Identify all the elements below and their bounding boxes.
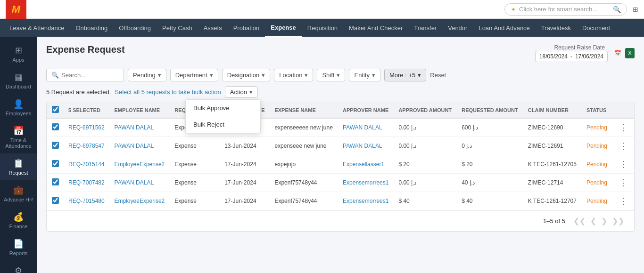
next-page-button[interactable]: ❯	[599, 216, 610, 226]
department-filter[interactable]: Department ▾	[170, 69, 218, 81]
nav-maker-checker[interactable]: Maker And Checker	[343, 19, 408, 37]
reset-button[interactable]: Reset	[430, 72, 446, 79]
bulk-approve-item[interactable]: Bulk Approve	[186, 100, 260, 116]
select-all-link[interactable]: Select all 5 requests to take bulk actio…	[115, 88, 221, 96]
search-input[interactable]	[61, 72, 119, 79]
header-employee-name: EMPLOYEE NAME	[110, 102, 170, 118]
row-checkbox-4[interactable]	[52, 197, 59, 204]
row-checkbox-1[interactable]	[52, 142, 59, 149]
req-id-link-0[interactable]: REQ-6971562	[68, 124, 105, 131]
row-request-date-4: 17-Jun-2024	[220, 192, 270, 210]
selection-count-text: 5 Request are selected.	[46, 88, 111, 96]
smart-search-star-icon: ✦	[511, 6, 516, 13]
row-req-id-0: REQ-6971562	[64, 118, 110, 137]
sidebar-item-reports[interactable]: 📄 Reports	[0, 234, 37, 261]
row-checkbox-3[interactable]	[52, 178, 59, 185]
row-request-date-1: 13-Jun-2024	[220, 137, 270, 155]
row-expense-name-2: expejojo	[270, 155, 338, 174]
row-checkbox-0[interactable]	[52, 123, 59, 130]
sidebar-item-time-attendance[interactable]: 📅 Time & Attendance	[0, 121, 37, 153]
row-requested-amount-0: 600 د.إ	[457, 118, 523, 137]
req-id-link-1[interactable]: REQ-6978547	[68, 143, 105, 149]
location-filter[interactable]: Location ▾	[274, 69, 313, 81]
nav-offboarding[interactable]: Offboarding	[113, 19, 157, 37]
sidebar-advancehr-label: Advance HR	[4, 197, 33, 202]
sidebar-item-advance-hr[interactable]: 💼 Advance HR	[0, 180, 37, 207]
row-approved-amount-3: 0.00 د.إ	[394, 174, 457, 192]
row-request-type-1: Expense	[170, 137, 220, 155]
req-id-link-4[interactable]: REQ-7015480	[68, 198, 105, 204]
nav-petty-cash[interactable]: Petty Cash	[157, 19, 198, 37]
row-approver-1[interactable]: PAWAN DALAL	[338, 137, 394, 155]
nav-requisition[interactable]: Requisition	[302, 19, 343, 37]
row-approver-3[interactable]: Expensemorrees1	[338, 174, 394, 192]
row-employee-2[interactable]: EmployeeExpense2	[110, 155, 170, 174]
nav-document[interactable]: Document	[577, 19, 616, 37]
row-approver-4[interactable]: Expensemorrees1	[338, 192, 394, 210]
sidebar-item-organisation[interactable]: ⚙ Organisation	[0, 261, 37, 273]
row-kebab-button-1[interactable]: ⋮	[617, 141, 629, 151]
nav-vendor[interactable]: Vendor	[442, 19, 473, 37]
row-employee-0[interactable]: PAWAN DALAL	[110, 118, 170, 137]
expense-table: 5 SELECTED EMPLOYEE NAME REQUEST TYPE RE…	[46, 102, 635, 232]
row-checkbox-2[interactable]	[52, 160, 59, 167]
sidebar-item-request[interactable]: 📋 Request	[0, 153, 37, 180]
action-button[interactable]: Action ▾	[225, 86, 258, 98]
sidebar-item-finance[interactable]: 💰 Finance	[0, 207, 37, 234]
table-row: REQ-7007482 PAWAN DALAL Expense 17-Jun-2…	[47, 174, 634, 192]
nav-onboarding[interactable]: Onboarding	[70, 19, 113, 37]
row-approver-2[interactable]: Expensellasser1	[338, 155, 394, 174]
more-filters-button[interactable]: More : +5 ▾	[384, 69, 426, 81]
sidebar-item-apps[interactable]: ⊞ Apps	[0, 40, 37, 67]
shift-filter[interactable]: Shift ▾	[317, 69, 345, 81]
sidebar-item-employees[interactable]: 👤 Employees	[0, 94, 37, 121]
first-page-button[interactable]: ❮❮	[571, 216, 588, 226]
nav-loan-advance[interactable]: Loan And Advance	[473, 19, 535, 37]
more-filters-label: More : +5	[389, 72, 415, 79]
bulk-reject-item[interactable]: Bulk Reject	[186, 116, 260, 133]
nav-transfer[interactable]: Transfer	[408, 19, 442, 37]
nav-assets[interactable]: Assets	[198, 19, 228, 37]
row-requested-amount-2: $ 20	[457, 155, 523, 174]
row-status-3: Pending	[582, 174, 612, 192]
row-kebab-button-3[interactable]: ⋮	[617, 177, 629, 188]
row-kebab-button-4[interactable]: ⋮	[617, 196, 629, 206]
sidebar-time-label: Time & Attendance	[2, 137, 35, 149]
req-id-link-2[interactable]: REQ-7015144	[68, 161, 105, 168]
top-bar: M ✦ Click here for smart search... 🔍 ⊞	[0, 0, 644, 19]
date-to: 17/06/2024	[575, 53, 603, 60]
sidebar-item-dashboard[interactable]: ▦ Dashboard	[0, 67, 37, 94]
req-id-link-3[interactable]: REQ-7007482	[68, 179, 105, 186]
select-all-checkbox[interactable]	[52, 106, 59, 113]
row-employee-1[interactable]: PAWAN DALAL	[110, 137, 170, 155]
row-employee-4[interactable]: EmployeeExpense2	[110, 192, 170, 210]
logo: M	[6, 0, 26, 19]
prev-page-button[interactable]: ❮	[588, 216, 599, 226]
smart-search-bar[interactable]: ✦ Click here for smart search... 🔍	[504, 3, 627, 16]
status-filter[interactable]: Pending ▾	[128, 69, 166, 81]
nav-expense[interactable]: Expense	[265, 19, 301, 37]
last-page-button[interactable]: ❯❯	[610, 216, 627, 226]
row-kebab-button-2[interactable]: ⋮	[617, 159, 629, 169]
entity-filter[interactable]: Entity ▾	[349, 69, 380, 81]
action-arrow-icon: ▾	[249, 88, 253, 96]
row-claim-number-1: ZIMEC-12691	[523, 137, 582, 155]
row-approved-amount-0: 0.00 د.إ	[394, 118, 457, 137]
row-checkbox-cell-2	[47, 155, 64, 174]
row-kebab-cell-0: ⋮	[612, 118, 634, 137]
row-kebab-button-0[interactable]: ⋮	[617, 122, 629, 133]
nav-probation[interactable]: Probation	[228, 19, 265, 37]
search-box[interactable]: 🔍	[46, 69, 124, 81]
row-expense-name-4: Expenf75748y44	[270, 192, 338, 210]
excel-export-icon[interactable]: X	[625, 48, 635, 58]
table-row: REQ-6978547 PAWAN DALAL Expense 13-Jun-2…	[47, 137, 634, 155]
calendar-icon[interactable]: 📅	[614, 50, 621, 56]
header-expense-name: EXPENSE NAME	[270, 102, 338, 118]
designation-filter[interactable]: Designation ▾	[222, 69, 271, 81]
row-checkbox-cell-3	[47, 174, 64, 192]
row-approver-0[interactable]: PAWAN DALAL	[338, 118, 394, 137]
nav-traveldesk[interactable]: Traveldesk	[536, 19, 577, 37]
nav-leave-attendance[interactable]: Leave & Attendance	[4, 19, 70, 37]
grid-icon[interactable]: ⊞	[633, 6, 638, 13]
row-employee-3[interactable]: PAWAN DALAL	[110, 174, 170, 192]
